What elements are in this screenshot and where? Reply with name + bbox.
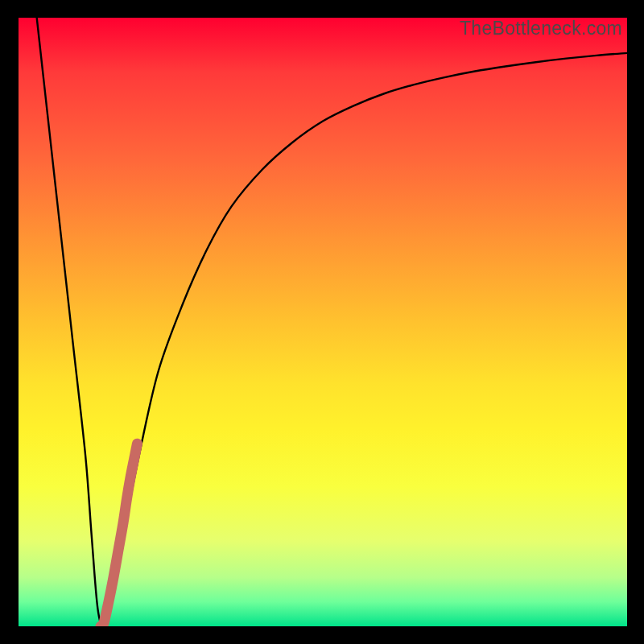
chart-svg	[19, 18, 627, 626]
watermark-text: TheBottleneck.com	[460, 18, 622, 39]
chart-area: TheBottleneck.com	[19, 18, 627, 626]
highlight-segment	[101, 444, 137, 626]
